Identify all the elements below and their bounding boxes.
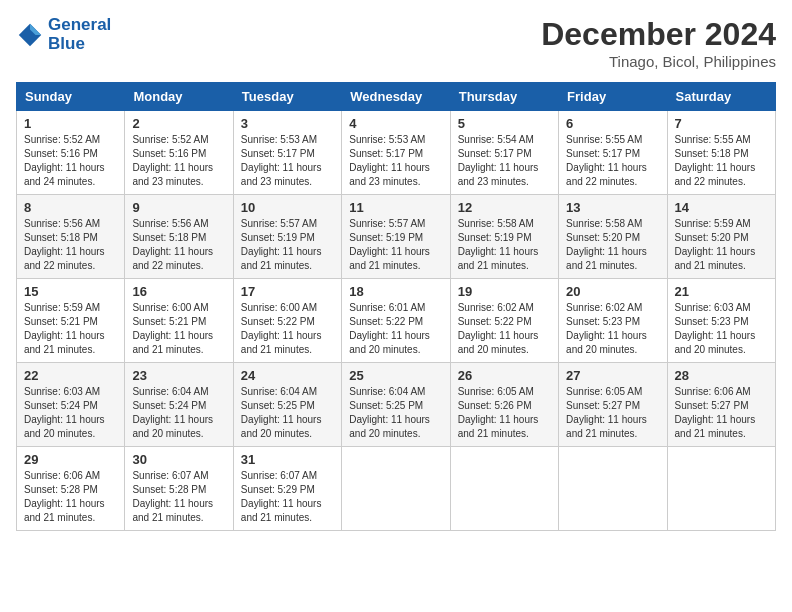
day-info: Sunrise: 6:06 AM Sunset: 5:28 PM Dayligh… bbox=[24, 469, 117, 525]
location: Tinago, Bicol, Philippines bbox=[541, 53, 776, 70]
day-number: 4 bbox=[349, 116, 442, 131]
day-info: Sunrise: 5:52 AM Sunset: 5:16 PM Dayligh… bbox=[132, 133, 225, 189]
day-number: 9 bbox=[132, 200, 225, 215]
month-year: December 2024 bbox=[541, 16, 776, 53]
day-number: 18 bbox=[349, 284, 442, 299]
day-number: 25 bbox=[349, 368, 442, 383]
day-cell: 20Sunrise: 6:02 AM Sunset: 5:23 PM Dayli… bbox=[559, 279, 667, 363]
day-number: 28 bbox=[675, 368, 768, 383]
day-number: 5 bbox=[458, 116, 551, 131]
day-cell: 31Sunrise: 6:07 AM Sunset: 5:29 PM Dayli… bbox=[233, 447, 341, 531]
day-cell: 29Sunrise: 6:06 AM Sunset: 5:28 PM Dayli… bbox=[17, 447, 125, 531]
day-info: Sunrise: 5:57 AM Sunset: 5:19 PM Dayligh… bbox=[349, 217, 442, 273]
day-number: 22 bbox=[24, 368, 117, 383]
day-cell: 30Sunrise: 6:07 AM Sunset: 5:28 PM Dayli… bbox=[125, 447, 233, 531]
week-row-5: 29Sunrise: 6:06 AM Sunset: 5:28 PM Dayli… bbox=[17, 447, 776, 531]
day-info: Sunrise: 6:04 AM Sunset: 5:25 PM Dayligh… bbox=[241, 385, 334, 441]
day-info: Sunrise: 5:53 AM Sunset: 5:17 PM Dayligh… bbox=[349, 133, 442, 189]
day-info: Sunrise: 5:58 AM Sunset: 5:20 PM Dayligh… bbox=[566, 217, 659, 273]
day-cell: 12Sunrise: 5:58 AM Sunset: 5:19 PM Dayli… bbox=[450, 195, 558, 279]
day-info: Sunrise: 5:54 AM Sunset: 5:17 PM Dayligh… bbox=[458, 133, 551, 189]
weekday-header-friday: Friday bbox=[559, 83, 667, 111]
week-row-1: 1Sunrise: 5:52 AM Sunset: 5:16 PM Daylig… bbox=[17, 111, 776, 195]
day-info: Sunrise: 6:00 AM Sunset: 5:21 PM Dayligh… bbox=[132, 301, 225, 357]
day-info: Sunrise: 5:58 AM Sunset: 5:19 PM Dayligh… bbox=[458, 217, 551, 273]
weekday-header-thursday: Thursday bbox=[450, 83, 558, 111]
day-cell: 9Sunrise: 5:56 AM Sunset: 5:18 PM Daylig… bbox=[125, 195, 233, 279]
day-info: Sunrise: 5:52 AM Sunset: 5:16 PM Dayligh… bbox=[24, 133, 117, 189]
day-info: Sunrise: 6:03 AM Sunset: 5:23 PM Dayligh… bbox=[675, 301, 768, 357]
day-cell: 28Sunrise: 6:06 AM Sunset: 5:27 PM Dayli… bbox=[667, 363, 775, 447]
day-number: 1 bbox=[24, 116, 117, 131]
day-info: Sunrise: 6:07 AM Sunset: 5:29 PM Dayligh… bbox=[241, 469, 334, 525]
day-number: 11 bbox=[349, 200, 442, 215]
weekday-header-monday: Monday bbox=[125, 83, 233, 111]
day-cell: 22Sunrise: 6:03 AM Sunset: 5:24 PM Dayli… bbox=[17, 363, 125, 447]
weekday-header-row: SundayMondayTuesdayWednesdayThursdayFrid… bbox=[17, 83, 776, 111]
day-number: 3 bbox=[241, 116, 334, 131]
day-number: 31 bbox=[241, 452, 334, 467]
day-number: 8 bbox=[24, 200, 117, 215]
day-number: 2 bbox=[132, 116, 225, 131]
logo-icon bbox=[16, 21, 44, 49]
weekday-header-saturday: Saturday bbox=[667, 83, 775, 111]
logo-text: General Blue bbox=[48, 16, 111, 53]
day-cell: 13Sunrise: 5:58 AM Sunset: 5:20 PM Dayli… bbox=[559, 195, 667, 279]
day-cell bbox=[667, 447, 775, 531]
day-cell: 3Sunrise: 5:53 AM Sunset: 5:17 PM Daylig… bbox=[233, 111, 341, 195]
day-info: Sunrise: 5:55 AM Sunset: 5:18 PM Dayligh… bbox=[675, 133, 768, 189]
day-number: 19 bbox=[458, 284, 551, 299]
day-number: 6 bbox=[566, 116, 659, 131]
day-cell: 23Sunrise: 6:04 AM Sunset: 5:24 PM Dayli… bbox=[125, 363, 233, 447]
day-info: Sunrise: 6:04 AM Sunset: 5:24 PM Dayligh… bbox=[132, 385, 225, 441]
weekday-header-wednesday: Wednesday bbox=[342, 83, 450, 111]
week-row-3: 15Sunrise: 5:59 AM Sunset: 5:21 PM Dayli… bbox=[17, 279, 776, 363]
weekday-header-tuesday: Tuesday bbox=[233, 83, 341, 111]
day-cell: 2Sunrise: 5:52 AM Sunset: 5:16 PM Daylig… bbox=[125, 111, 233, 195]
day-number: 27 bbox=[566, 368, 659, 383]
day-number: 23 bbox=[132, 368, 225, 383]
day-number: 21 bbox=[675, 284, 768, 299]
day-cell: 16Sunrise: 6:00 AM Sunset: 5:21 PM Dayli… bbox=[125, 279, 233, 363]
day-info: Sunrise: 5:57 AM Sunset: 5:19 PM Dayligh… bbox=[241, 217, 334, 273]
day-cell bbox=[450, 447, 558, 531]
day-number: 24 bbox=[241, 368, 334, 383]
logo: General Blue bbox=[16, 16, 111, 53]
day-info: Sunrise: 6:07 AM Sunset: 5:28 PM Dayligh… bbox=[132, 469, 225, 525]
day-cell: 19Sunrise: 6:02 AM Sunset: 5:22 PM Dayli… bbox=[450, 279, 558, 363]
day-cell: 21Sunrise: 6:03 AM Sunset: 5:23 PM Dayli… bbox=[667, 279, 775, 363]
day-info: Sunrise: 6:01 AM Sunset: 5:22 PM Dayligh… bbox=[349, 301, 442, 357]
day-cell: 14Sunrise: 5:59 AM Sunset: 5:20 PM Dayli… bbox=[667, 195, 775, 279]
day-cell: 8Sunrise: 5:56 AM Sunset: 5:18 PM Daylig… bbox=[17, 195, 125, 279]
day-number: 13 bbox=[566, 200, 659, 215]
calendar-table: SundayMondayTuesdayWednesdayThursdayFrid… bbox=[16, 82, 776, 531]
day-cell: 18Sunrise: 6:01 AM Sunset: 5:22 PM Dayli… bbox=[342, 279, 450, 363]
day-info: Sunrise: 6:06 AM Sunset: 5:27 PM Dayligh… bbox=[675, 385, 768, 441]
day-cell bbox=[342, 447, 450, 531]
day-cell: 15Sunrise: 5:59 AM Sunset: 5:21 PM Dayli… bbox=[17, 279, 125, 363]
weekday-header-sunday: Sunday bbox=[17, 83, 125, 111]
day-info: Sunrise: 6:03 AM Sunset: 5:24 PM Dayligh… bbox=[24, 385, 117, 441]
day-info: Sunrise: 6:05 AM Sunset: 5:27 PM Dayligh… bbox=[566, 385, 659, 441]
day-number: 29 bbox=[24, 452, 117, 467]
day-number: 30 bbox=[132, 452, 225, 467]
day-number: 16 bbox=[132, 284, 225, 299]
day-number: 17 bbox=[241, 284, 334, 299]
day-cell: 24Sunrise: 6:04 AM Sunset: 5:25 PM Dayli… bbox=[233, 363, 341, 447]
day-number: 15 bbox=[24, 284, 117, 299]
day-number: 14 bbox=[675, 200, 768, 215]
day-number: 7 bbox=[675, 116, 768, 131]
day-cell: 4Sunrise: 5:53 AM Sunset: 5:17 PM Daylig… bbox=[342, 111, 450, 195]
day-cell: 26Sunrise: 6:05 AM Sunset: 5:26 PM Dayli… bbox=[450, 363, 558, 447]
day-info: Sunrise: 6:00 AM Sunset: 5:22 PM Dayligh… bbox=[241, 301, 334, 357]
day-info: Sunrise: 6:04 AM Sunset: 5:25 PM Dayligh… bbox=[349, 385, 442, 441]
day-number: 26 bbox=[458, 368, 551, 383]
week-row-2: 8Sunrise: 5:56 AM Sunset: 5:18 PM Daylig… bbox=[17, 195, 776, 279]
day-number: 12 bbox=[458, 200, 551, 215]
day-cell: 5Sunrise: 5:54 AM Sunset: 5:17 PM Daylig… bbox=[450, 111, 558, 195]
day-info: Sunrise: 5:56 AM Sunset: 5:18 PM Dayligh… bbox=[132, 217, 225, 273]
day-cell: 7Sunrise: 5:55 AM Sunset: 5:18 PM Daylig… bbox=[667, 111, 775, 195]
calendar-body: 1Sunrise: 5:52 AM Sunset: 5:16 PM Daylig… bbox=[17, 111, 776, 531]
day-cell: 27Sunrise: 6:05 AM Sunset: 5:27 PM Dayli… bbox=[559, 363, 667, 447]
day-number: 10 bbox=[241, 200, 334, 215]
